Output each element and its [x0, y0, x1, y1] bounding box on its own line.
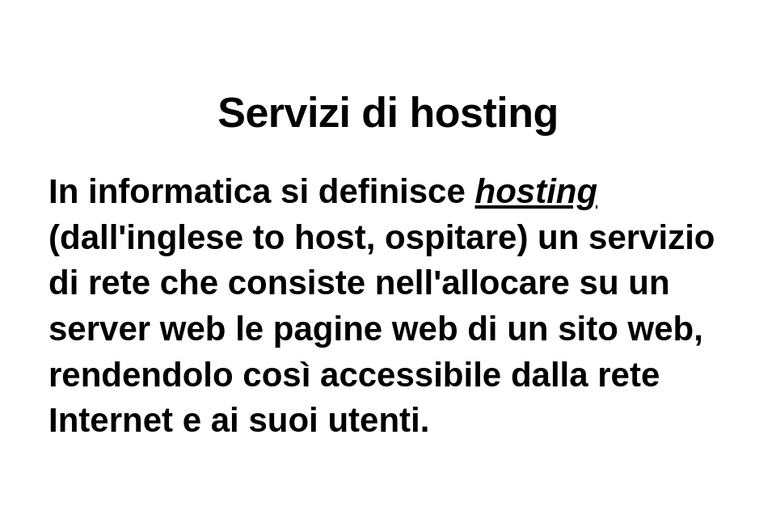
- page-title: Servizi di hosting: [48, 88, 728, 137]
- body-paragraph: In informatica si definisce hosting (dal…: [48, 169, 728, 444]
- hosting-keyword: hosting: [474, 172, 597, 210]
- body-continuation-text: (dall'inglese to host, ospitare) un serv…: [48, 218, 715, 440]
- main-content: Servizi di hosting In informatica si def…: [32, 56, 744, 476]
- body-intro-text: In informatica si definisce: [48, 172, 474, 210]
